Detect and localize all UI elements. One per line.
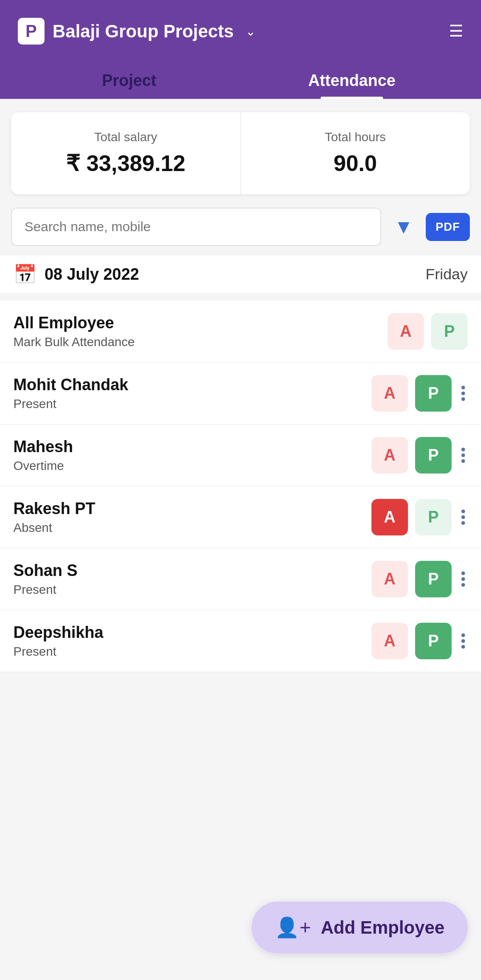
absent-button[interactable]: A bbox=[371, 499, 408, 535]
employee-status: Present bbox=[13, 645, 371, 659]
employee-info: MaheshOvertime bbox=[13, 437, 371, 473]
attendance-buttons: AP bbox=[371, 561, 468, 597]
calendar-icon: 📅 bbox=[13, 263, 37, 285]
employee-info: All EmployeeMark Bulk Attendance bbox=[13, 314, 387, 349]
more-options-icon[interactable] bbox=[459, 629, 468, 653]
employee-info: DeepshikhaPresent bbox=[13, 623, 371, 659]
present-button[interactable]: P bbox=[415, 499, 452, 535]
more-options-icon[interactable] bbox=[459, 443, 468, 467]
attendance-buttons: AP bbox=[371, 623, 468, 659]
add-employee-button[interactable]: 👤+ Add Employee bbox=[252, 902, 468, 953]
employee-status: Mark Bulk Attendance bbox=[13, 335, 387, 349]
employee-name: Mahesh bbox=[13, 437, 371, 456]
salary-label: Total salary bbox=[24, 130, 227, 144]
more-options-icon[interactable] bbox=[459, 567, 468, 591]
pdf-button[interactable]: PDF bbox=[426, 213, 470, 241]
employee-info: Sohan SPresent bbox=[13, 561, 371, 597]
absent-button[interactable]: A bbox=[371, 375, 408, 412]
header: P Balaji Group Projects ⌄ ☰ Project Atte… bbox=[0, 0, 481, 99]
present-button[interactable]: P bbox=[415, 561, 452, 597]
tab-attendance[interactable]: Attendance bbox=[240, 62, 463, 99]
employee-name: All Employee bbox=[13, 314, 387, 332]
employee-info: Rakesh PTAbsent bbox=[13, 499, 371, 535]
fab-label: Add Employee bbox=[321, 918, 444, 938]
employee-row: All EmployeeMark Bulk AttendanceAP bbox=[0, 301, 481, 363]
search-input[interactable] bbox=[11, 208, 381, 246]
employee-info: Mohit ChandakPresent bbox=[13, 376, 371, 411]
hours-label: Total hours bbox=[254, 130, 457, 144]
employee-row: DeepshikhaPresentAP bbox=[0, 610, 481, 672]
add-person-icon: 👤+ bbox=[275, 916, 311, 939]
employee-status: Present bbox=[13, 583, 371, 597]
more-options-icon[interactable] bbox=[459, 505, 468, 529]
present-button[interactable]: P bbox=[431, 313, 468, 350]
present-button[interactable]: P bbox=[415, 623, 452, 659]
company-name: Balaji Group Projects bbox=[53, 21, 234, 41]
more-options-icon[interactable] bbox=[459, 381, 468, 405]
employee-row: MaheshOvertimeAP bbox=[0, 425, 481, 486]
attendance-buttons: AP bbox=[371, 499, 468, 535]
absent-button[interactable]: A bbox=[387, 313, 424, 350]
employee-row: Rakesh PTAbsentAP bbox=[0, 486, 481, 548]
fab-container: 👤+ Add Employee bbox=[252, 902, 468, 953]
date-left: 📅 08 July 2022 bbox=[13, 263, 139, 285]
employee-name: Rakesh PT bbox=[13, 499, 371, 518]
header-top: P Balaji Group Projects ⌄ ☰ bbox=[18, 18, 463, 58]
absent-button[interactable]: A bbox=[371, 623, 408, 659]
hours-value: 90.0 bbox=[254, 151, 457, 176]
employee-row: Mohit ChandakPresentAP bbox=[0, 363, 481, 425]
employee-status: Present bbox=[13, 397, 371, 411]
search-row: ▼ PDF bbox=[11, 208, 470, 246]
attendance-buttons: AP bbox=[387, 313, 468, 350]
salary-value: ₹ 33,389.12 bbox=[24, 151, 227, 176]
tab-project[interactable]: Project bbox=[18, 62, 240, 99]
absent-button[interactable]: A bbox=[371, 561, 408, 597]
logo-icon: P bbox=[18, 18, 45, 45]
chevron-down-icon[interactable]: ⌄ bbox=[245, 24, 256, 39]
header-left: P Balaji Group Projects ⌄ bbox=[18, 18, 256, 45]
attendance-buttons: AP bbox=[371, 375, 468, 412]
search-wrapper bbox=[11, 208, 381, 246]
employee-status: Absent bbox=[13, 521, 371, 535]
employee-name: Sohan S bbox=[13, 561, 371, 580]
present-button[interactable]: P bbox=[415, 437, 452, 474]
present-button[interactable]: P bbox=[415, 375, 452, 412]
hamburger-icon[interactable]: ☰ bbox=[449, 22, 463, 41]
attendance-buttons: AP bbox=[371, 437, 468, 474]
absent-button[interactable]: A bbox=[371, 437, 408, 474]
filter-button[interactable]: ▼ bbox=[389, 211, 418, 242]
summary-hours: Total hours 90.0 bbox=[241, 112, 470, 194]
filter-icon: ▼ bbox=[394, 216, 413, 237]
date-text: 08 July 2022 bbox=[45, 265, 139, 284]
employee-row: Sohan SPresentAP bbox=[0, 548, 481, 610]
employee-name: Mohit Chandak bbox=[13, 376, 371, 394]
employee-list: All EmployeeMark Bulk AttendanceAPMohit … bbox=[0, 301, 481, 672]
date-row: 📅 08 July 2022 Friday bbox=[0, 255, 481, 294]
employee-name: Deepshikha bbox=[13, 623, 371, 642]
day-text: Friday bbox=[426, 265, 468, 283]
summary-card: Total salary ₹ 33,389.12 Total hours 90.… bbox=[11, 112, 470, 194]
tabs: Project Attendance bbox=[18, 62, 463, 99]
summary-salary: Total salary ₹ 33,389.12 bbox=[11, 112, 241, 194]
employee-status: Overtime bbox=[13, 459, 371, 473]
